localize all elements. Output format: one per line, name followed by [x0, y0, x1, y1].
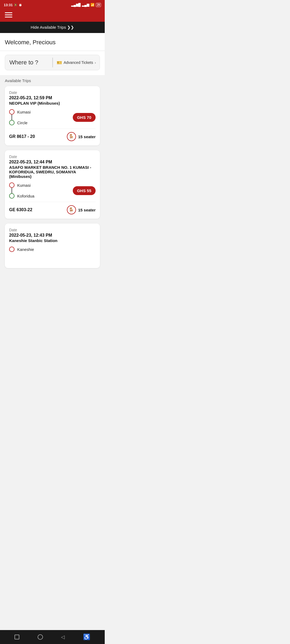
destination-row: Koforidua	[9, 193, 34, 199]
route-container: Kumasi Koforidua GHS 55	[9, 182, 96, 199]
hamburger-line-3	[5, 17, 12, 17]
chevron-right-icon: ›	[95, 61, 96, 65]
trip-date-label: Date	[9, 228, 96, 232]
route-line-container	[9, 115, 31, 120]
mute-icon: 🔕	[14, 3, 17, 7]
seater-label: 15 seater	[78, 134, 96, 139]
route-line	[12, 188, 12, 193]
destination-circle	[9, 193, 15, 199]
seater-info: 🪑 15 seater	[67, 205, 96, 214]
welcome-section: Welcome, Precious	[0, 33, 105, 51]
trip-datetime: 2022-05-23, 12:43 PM	[9, 233, 96, 238]
signal-icon: ▂▄▆█	[71, 3, 81, 7]
alarm-icon: ⏰	[19, 3, 22, 7]
route-stops: Kaneshie	[9, 247, 96, 252]
status-right: ▂▄▆█ ▂▄▆ 📶 29	[71, 3, 101, 7]
available-trips-label: Available Trips	[5, 78, 100, 83]
search-bar[interactable]: Where to ? 🎫 Advanced Tickets ›	[5, 55, 100, 70]
trip-datetime: 2022-05-23, 12:59 PM	[9, 96, 96, 100]
origin-label: Kaneshie	[17, 247, 34, 252]
origin-label: Kumasi	[17, 110, 31, 114]
status-left: 13:31 🔕 ⏰	[4, 3, 22, 7]
trip-footer: GR 8617 - 20 🪑 15 seater	[9, 129, 96, 141]
signal2-icon: ▂▄▆	[82, 3, 89, 7]
origin-row: Kumasi	[9, 109, 31, 115]
origin-circle	[9, 109, 15, 115]
hamburger-menu[interactable]	[5, 12, 100, 17]
plate-number: GR 8617 - 20	[9, 134, 35, 139]
search-section: Where to ? 🎫 Advanced Tickets ›	[0, 51, 105, 75]
advanced-tickets-label: Advanced Tickets	[64, 60, 93, 65]
trip-name: Kaneshie Stanbic Station	[9, 238, 96, 243]
origin-circle	[9, 182, 15, 188]
destination-circle	[9, 120, 15, 125]
ticket-icon: 🎫	[57, 60, 62, 65]
plate-number: GE 6303-22	[9, 207, 32, 212]
destination-label: Circle	[17, 120, 27, 125]
route-container: Kumasi Circle GHS 70	[9, 109, 96, 125]
wifi-icon: 📶	[90, 3, 95, 7]
route-line-container	[9, 188, 34, 193]
trip-date-label: Date	[9, 90, 96, 95]
origin-row: Kumasi	[9, 182, 34, 188]
battery: 29	[96, 3, 101, 7]
trip-card[interactable]: Date 2022-05-23, 12:59 PM NEOPLAN VIP (M…	[5, 86, 100, 145]
welcome-text: Welcome, Precious	[5, 39, 56, 46]
route-line	[12, 115, 12, 120]
trip-date-label: Date	[9, 155, 96, 159]
price-badge[interactable]: GHS 55	[73, 186, 96, 195]
destination-row: Circle	[9, 120, 31, 125]
status-bar: 13:31 🔕 ⏰ ▂▄▆█ ▂▄▆ 📶 29	[0, 0, 105, 10]
destination-label: Koforidua	[17, 194, 34, 198]
hamburger-line-2	[5, 14, 12, 15]
time: 13:31	[4, 3, 13, 7]
seat-icon: 🪑	[67, 132, 76, 141]
route-stops: Kumasi Koforidua	[9, 182, 34, 199]
route-stops: Kumasi Circle	[9, 109, 31, 125]
trip-footer: GE 6303-22 🪑 15 seater	[9, 202, 96, 214]
origin-circle	[9, 247, 15, 252]
origin-label: Kumasi	[17, 183, 31, 188]
trip-name: NEOPLAN VIP (Minibuses)	[9, 101, 96, 105]
where-to-text[interactable]: Where to ?	[5, 59, 52, 66]
trip-card[interactable]: Date 2022-05-23, 12:43 PM Kaneshie Stanb…	[5, 224, 100, 268]
seat-icon: 🪑	[67, 205, 76, 214]
hamburger-line-1	[5, 12, 12, 13]
origin-row: Kaneshie	[9, 247, 96, 252]
price-badge[interactable]: GHS 70	[73, 113, 96, 122]
trip-name: ASAFO MARKET BRANCH NO. 1 KUMASI - KOFOR…	[9, 165, 96, 179]
hide-available-trips-banner[interactable]: Hide Available Trips ❯❯	[0, 22, 105, 33]
advanced-tickets-button[interactable]: 🎫 Advanced Tickets ›	[53, 60, 100, 65]
trips-section: Available Trips Date 2022-05-23, 12:59 P…	[0, 75, 105, 268]
seater-info: 🪑 15 seater	[67, 132, 96, 141]
top-nav	[0, 10, 105, 22]
trip-card[interactable]: Date 2022-05-23, 12:44 PM ASAFO MARKET B…	[5, 150, 100, 219]
trip-datetime: 2022-05-23, 12:44 PM	[9, 160, 96, 164]
seater-label: 15 seater	[78, 208, 96, 212]
